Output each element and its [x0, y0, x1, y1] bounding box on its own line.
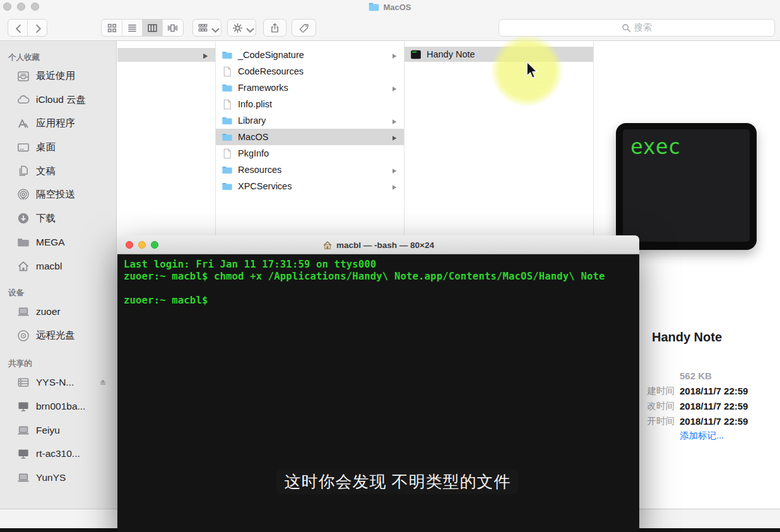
mouse-cursor — [526, 61, 539, 80]
chevron-left-icon — [13, 23, 23, 33]
folder-icon — [369, 3, 379, 11]
document-icon — [222, 66, 233, 77]
sidebar-item-rt-ac310[interactable]: rt-ac310... — [0, 442, 116, 466]
laptop-icon — [17, 471, 30, 484]
applications-icon — [17, 117, 30, 130]
tag-icon — [298, 23, 309, 33]
video-subtitle: 这时你会发现 不明类型的文件 — [276, 470, 518, 494]
sidebar-item-downloads[interactable]: 下载 — [0, 207, 116, 231]
selected-parent-row[interactable] — [117, 48, 215, 62]
list-view-icon — [127, 23, 138, 33]
window-title-text: MacOS — [383, 3, 411, 12]
airdrop-icon — [17, 189, 30, 201]
file-row-codesignature[interactable]: _CodeSignature — [216, 47, 404, 63]
share-button[interactable] — [263, 19, 287, 37]
home-folder-icon — [322, 240, 333, 250]
group-button[interactable] — [192, 19, 222, 37]
list-view-button[interactable] — [122, 20, 142, 36]
sidebar-item-feiyu[interactable]: Feiyu — [0, 418, 116, 442]
terminal-line — [124, 283, 633, 295]
server-icon — [17, 376, 30, 389]
file-row-pkginfo[interactable]: PkgInfo — [216, 145, 404, 162]
display-icon — [17, 447, 30, 460]
sidebar-item-yys[interactable]: YYS-N... — [0, 371, 116, 395]
disclosure-arrow-icon — [391, 183, 397, 190]
column-view-button[interactable] — [142, 20, 162, 36]
terminal-line: zuoer:~ macbl$ — [124, 295, 633, 307]
exec-preview-icon: exec — [616, 123, 757, 250]
document-icon — [222, 148, 233, 159]
group-icon — [198, 23, 208, 33]
terminal-title: macbl — -bash — 80×24 — [117, 235, 639, 254]
sidebar-item-zuoer[interactable]: zuoer — [0, 300, 116, 324]
sidebar-section-favorites: 个人收藏 — [0, 50, 116, 64]
folder-icon — [222, 83, 233, 93]
terminal-titlebar[interactable]: macbl — -bash — 80×24 — [117, 235, 639, 254]
add-tags-link[interactable]: 添加标记... — [680, 430, 780, 442]
terminal-line: Last login: Fri Jan 11 17:31:59 on ttys0… — [124, 259, 633, 271]
screen: MacOS — [0, 0, 780, 532]
sidebar-item-airdrop[interactable]: 隔空投送 — [0, 183, 116, 207]
file-row-macos[interactable]: MacOS — [216, 129, 404, 145]
file-row-xpcservices[interactable]: XPCServices — [216, 178, 404, 194]
sidebar-item-applications[interactable]: 应用程序 — [0, 112, 116, 136]
display-icon — [17, 400, 30, 413]
sidebar-item-home[interactable]: macbl — [0, 254, 116, 278]
forward-button[interactable] — [27, 20, 47, 36]
icloud-icon — [17, 93, 30, 106]
search-placeholder: 搜索 — [634, 22, 652, 33]
nav-buttons — [8, 19, 47, 37]
icon-view-icon — [107, 23, 117, 33]
laptop-icon — [17, 305, 30, 318]
chevron-down-icon — [210, 25, 216, 31]
document-icon — [222, 99, 233, 110]
disclosure-arrow-icon — [202, 51, 208, 59]
chevron-down-icon — [245, 25, 251, 31]
sidebar-item-brn001ba[interactable]: brn001ba... — [0, 394, 116, 418]
disclosure-arrow-icon — [391, 85, 397, 92]
folder-icon — [222, 132, 233, 143]
file-row-infoplist[interactable]: Info.plist — [216, 96, 404, 112]
chevron-right-icon — [33, 23, 42, 33]
sidebar-item-remote-disc[interactable]: 远程光盘 — [0, 324, 116, 348]
recents-icon — [17, 70, 30, 83]
disclosure-arrow-icon — [391, 167, 397, 174]
gear-icon — [232, 23, 243, 33]
file-row-library[interactable]: Library — [216, 112, 404, 129]
view-mode-control — [101, 19, 184, 37]
folder-icon — [222, 50, 233, 61]
file-row-resources[interactable]: Resources — [216, 162, 404, 178]
finder-toolbar: 搜索 — [0, 14, 780, 41]
folder-icon — [222, 181, 233, 192]
icon-view-button[interactable] — [102, 20, 122, 36]
column-view-icon — [147, 23, 158, 33]
laptop-icon — [17, 424, 30, 437]
search-icon — [622, 23, 631, 33]
sidebar-item-recents[interactable]: 最近使用 — [0, 64, 116, 88]
search-field[interactable]: 搜索 — [499, 19, 775, 37]
executable-file-icon — [410, 49, 422, 60]
file-row-frameworks[interactable]: Frameworks — [216, 80, 404, 96]
file-row-coderesources[interactable]: CodeResources — [216, 63, 404, 80]
sidebar: 个人收藏 最近使用 iCloud 云盘 应用程序 桌面 文稿 隔空投送 下载 M… — [0, 41, 117, 509]
folder-icon — [222, 165, 233, 175]
tag-button[interactable] — [292, 19, 316, 37]
home-icon — [17, 260, 30, 273]
sidebar-item-mega[interactable]: MEGA — [0, 230, 116, 254]
disclosure-arrow-icon — [391, 52, 397, 59]
window-title: MacOS — [0, 0, 780, 14]
gallery-view-button[interactable] — [162, 20, 182, 36]
disclosure-arrow-icon — [391, 134, 397, 141]
exec-icon-label: exec — [630, 134, 680, 159]
sidebar-item-desktop[interactable]: 桌面 — [0, 136, 116, 160]
eject-icon[interactable] — [98, 378, 107, 387]
finder-titlebar[interactable]: MacOS — [0, 0, 780, 14]
back-button[interactable] — [8, 20, 27, 36]
folder-icon — [17, 236, 30, 249]
action-button[interactable] — [227, 19, 256, 37]
sidebar-item-documents[interactable]: 文稿 — [0, 159, 116, 183]
sidebar-section-devices: 设备 — [0, 286, 116, 300]
folder-icon — [222, 115, 233, 126]
sidebar-item-yunys[interactable]: YunYS — [0, 466, 116, 490]
sidebar-item-icloud[interactable]: iCloud 云盘 — [0, 88, 116, 112]
